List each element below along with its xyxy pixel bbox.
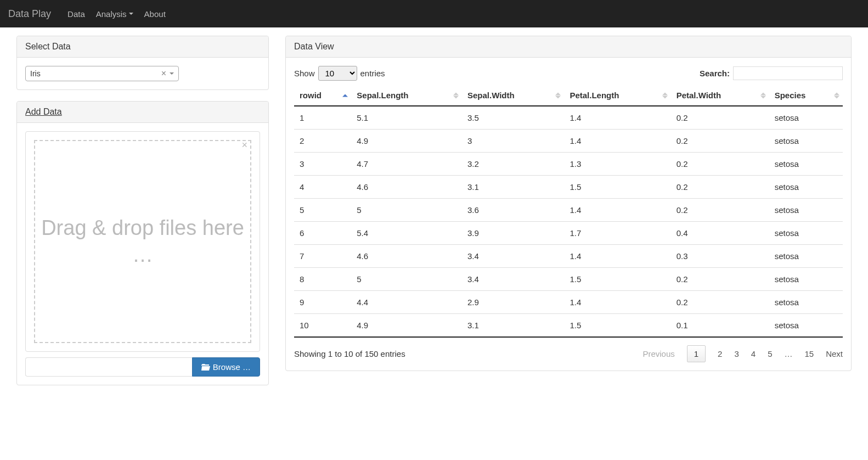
table-cell: 0.2 (671, 176, 769, 199)
table-cell: 3.4 (462, 268, 564, 291)
dropzone-label: Drag & drop files here … (35, 215, 250, 269)
table-cell: 4.6 (351, 176, 462, 199)
file-path-input[interactable] (25, 357, 192, 377)
table-cell: 1.3 (564, 153, 670, 176)
select-data-panel: Select Data Iris × (16, 36, 269, 90)
table-cell: 2.9 (462, 291, 564, 314)
table-row: 34.73.21.30.2setosa (294, 153, 843, 176)
table-cell: 3 (462, 130, 564, 153)
table-cell: 1.4 (564, 106, 670, 130)
table-cell: 3.6 (462, 199, 564, 222)
table-row: 104.93.11.50.1setosa (294, 314, 843, 338)
select-data-heading: Select Data (17, 36, 268, 58)
add-data-heading[interactable]: Add Data (17, 102, 268, 123)
table-cell: setosa (769, 176, 843, 199)
table-cell: 4.6 (351, 245, 462, 268)
table-cell: setosa (769, 222, 843, 245)
paginator-page-2[interactable]: 2 (718, 349, 722, 358)
table-cell: 4.4 (351, 291, 462, 314)
table-row: 15.13.51.40.2setosa (294, 106, 843, 130)
table-cell: 1.7 (564, 222, 670, 245)
close-icon[interactable]: × (241, 139, 247, 151)
table-cell: 8 (294, 268, 351, 291)
table-cell: 0.2 (671, 130, 769, 153)
table-row: 74.63.41.40.3setosa (294, 245, 843, 268)
search-input[interactable] (733, 66, 843, 80)
table-cell: 0.2 (671, 106, 769, 130)
table-cell: 9 (294, 291, 351, 314)
table-cell: 5 (351, 199, 462, 222)
table-cell: 3 (294, 153, 351, 176)
paginator-page-4[interactable]: 4 (751, 349, 756, 358)
table-cell: 3.2 (462, 153, 564, 176)
page-length-control: Show 10 entries (294, 66, 385, 81)
file-dropzone-wrap: × Drag & drop files here … (25, 131, 260, 352)
table-cell: 7 (294, 245, 351, 268)
file-dropzone[interactable]: Drag & drop files here … (34, 140, 251, 343)
table-cell: 0.2 (671, 199, 769, 222)
table-row: 44.63.11.50.2setosa (294, 176, 843, 199)
sort-icon (760, 92, 766, 98)
table-row: 65.43.91.70.4setosa (294, 222, 843, 245)
paginator: Previous 12345…15 Next (642, 345, 843, 362)
dataset-select[interactable]: Iris × (25, 66, 179, 81)
table-row: 553.61.40.2setosa (294, 199, 843, 222)
sort-icon (342, 94, 348, 97)
table-cell: 4.9 (351, 130, 462, 153)
table-cell: 0.4 (671, 222, 769, 245)
table-row: 24.931.40.2setosa (294, 130, 843, 153)
folder-open-icon (201, 364, 210, 371)
paginator-page-3[interactable]: 3 (734, 349, 739, 358)
table-cell: 6 (294, 222, 351, 245)
table-cell: 0.2 (671, 153, 769, 176)
paginator-page-5[interactable]: 5 (768, 349, 772, 358)
table-cell: 10 (294, 314, 351, 338)
browse-button[interactable]: Browse … (192, 357, 260, 377)
table-cell: 4.9 (351, 314, 462, 338)
table-cell: 0.1 (671, 314, 769, 338)
table-cell: 1.4 (564, 245, 670, 268)
paginator-prev[interactable]: Previous (642, 349, 674, 358)
nav-link-about[interactable]: About (144, 9, 166, 19)
table-cell: 3.1 (462, 176, 564, 199)
table-cell: setosa (769, 106, 843, 130)
column-header-species[interactable]: Species (769, 85, 843, 106)
column-header-petal-width[interactable]: Petal.Width (671, 85, 769, 106)
clear-icon[interactable]: × (158, 69, 170, 78)
column-header-rowid[interactable]: rowid (294, 85, 351, 106)
table-cell: setosa (769, 130, 843, 153)
table-cell: setosa (769, 245, 843, 268)
table-cell: 4 (294, 176, 351, 199)
dataset-select-value: Iris (30, 69, 158, 78)
page-length-select[interactable]: 10 (318, 66, 357, 81)
paginator-page-15[interactable]: 15 (804, 349, 814, 358)
table-cell: 1.4 (564, 199, 670, 222)
table-cell: 5 (294, 199, 351, 222)
sort-icon (662, 92, 668, 98)
paginator-page-1[interactable]: 1 (687, 345, 706, 362)
chevron-down-icon (170, 72, 174, 75)
column-header-sepal-width[interactable]: Sepal.Width (462, 85, 564, 106)
paginator-next[interactable]: Next (826, 349, 843, 358)
table-cell: 1 (294, 106, 351, 130)
column-header-sepal-length[interactable]: Sepal.Length (351, 85, 462, 106)
data-view-panel: Data View Show 10 entries Search: (285, 36, 852, 371)
nav-link-analysis[interactable]: Analysis (96, 9, 133, 19)
paginator-ellipsis: … (784, 349, 792, 358)
table-cell: 0.2 (671, 291, 769, 314)
table-cell: 3.9 (462, 222, 564, 245)
table-cell: setosa (769, 153, 843, 176)
navbar: Data Play Data Analysis About (0, 0, 868, 27)
table-cell: setosa (769, 291, 843, 314)
table-cell: setosa (769, 314, 843, 338)
nav-link-data[interactable]: Data (67, 9, 85, 19)
table-cell: 5.1 (351, 106, 462, 130)
navbar-brand[interactable]: Data Play (8, 8, 57, 20)
search-control: Search: (700, 66, 843, 80)
data-table: rowidSepal.LengthSepal.WidthPetal.Length… (294, 85, 843, 338)
sort-icon (453, 92, 459, 98)
chevron-down-icon (129, 13, 133, 15)
add-data-panel: Add Data × Drag & drop files here … Brow… (16, 101, 269, 385)
table-row: 94.42.91.40.2setosa (294, 291, 843, 314)
column-header-petal-length[interactable]: Petal.Length (564, 85, 670, 106)
